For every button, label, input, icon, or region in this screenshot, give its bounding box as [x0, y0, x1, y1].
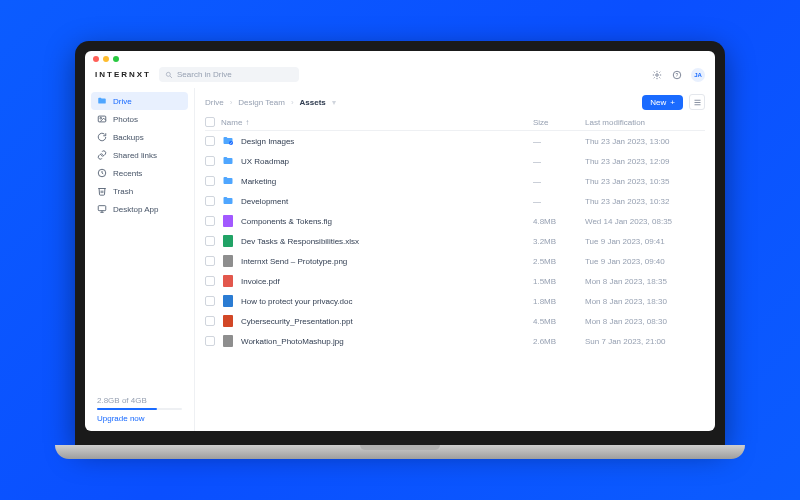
settings-button[interactable] [651, 69, 663, 81]
file-modified: Mon 8 Jan 2023, 08:30 [585, 317, 705, 326]
sidebar-item-label: Recents [113, 169, 142, 178]
upgrade-link[interactable]: Upgrade now [97, 414, 145, 423]
file-size: 1.5MB [533, 277, 579, 286]
file-icon [223, 335, 233, 347]
brand-logo: INTERNXT [95, 70, 151, 79]
app-window: INTERNXT Search in Drive ? JA [85, 51, 715, 431]
table-row[interactable]: Design Images—Thu 23 Jan 2023, 13:00 [205, 131, 705, 151]
row-checkbox[interactable] [205, 196, 215, 206]
table-row[interactable]: UX Roadmap—Thu 23 Jan 2023, 12:09 [205, 151, 705, 171]
file-size: — [533, 177, 579, 186]
file-modified: Thu 23 Jan 2023, 12:09 [585, 157, 705, 166]
sidebar-item-recents[interactable]: Recents [91, 164, 188, 182]
file-name: Cybersecurity_Presentation.ppt [241, 317, 527, 326]
row-checkbox[interactable] [205, 156, 215, 166]
main: Drive Photos Backups Shared links [85, 88, 715, 431]
sort-asc-icon: ↑ [245, 118, 249, 127]
file-list: Design Images—Thu 23 Jan 2023, 13:00UX R… [205, 131, 705, 427]
sidebar-item-backups[interactable]: Backups [91, 128, 188, 146]
trash-icon [97, 186, 107, 196]
breadcrumb-item[interactable]: Design Team [238, 98, 285, 107]
view-toggle[interactable] [689, 94, 705, 110]
file-icon [223, 215, 233, 227]
col-mod[interactable]: Last modification [585, 118, 705, 127]
sidebar-item-photos[interactable]: Photos [91, 110, 188, 128]
sidebar-item-trash[interactable]: Trash [91, 182, 188, 200]
table-row[interactable]: Components & Tokens.fig4.8MBWed 14 Jan 2… [205, 211, 705, 231]
row-checkbox[interactable] [205, 176, 215, 186]
table-row[interactable]: Cybersecurity_Presentation.ppt4.5MBMon 8… [205, 311, 705, 331]
toolbar: INTERNXT Search in Drive ? JA [85, 67, 715, 88]
chevron-down-icon[interactable]: ▾ [332, 98, 336, 107]
file-size: 1.8MB [533, 297, 579, 306]
breadcrumb: Drive › Design Team › Assets ▾ New + [205, 92, 705, 114]
file-modified: Thu 23 Jan 2023, 13:00 [585, 137, 705, 146]
new-button[interactable]: New + [642, 95, 683, 110]
row-checkbox[interactable] [205, 256, 215, 266]
search-placeholder: Search in Drive [177, 70, 232, 79]
file-modified: Wed 14 Jan 2023, 08:35 [585, 217, 705, 226]
file-modified: Sun 7 Jan 2023, 21:00 [585, 337, 705, 346]
sidebar-item-label: Backups [113, 133, 144, 142]
file-icon [223, 235, 233, 247]
search-input[interactable]: Search in Drive [159, 67, 299, 82]
breadcrumb-current[interactable]: Assets [300, 98, 326, 107]
table-row[interactable]: Development—Thu 23 Jan 2023, 10:32 [205, 191, 705, 211]
breadcrumb-item[interactable]: Drive [205, 98, 224, 107]
file-icon [223, 275, 233, 287]
avatar[interactable]: JA [691, 68, 705, 82]
file-size: 2.6MB [533, 337, 579, 346]
col-name[interactable]: Name ↑ [221, 118, 527, 127]
folder-icon [221, 155, 235, 167]
table-row[interactable]: How to protect your privacy.doc1.8MBMon … [205, 291, 705, 311]
file-icon [223, 295, 233, 307]
col-size[interactable]: Size [533, 118, 579, 127]
row-checkbox[interactable] [205, 136, 215, 146]
minimize-icon[interactable] [103, 56, 109, 62]
table-header: Name ↑ Size Last modification [205, 114, 705, 131]
svg-point-6 [100, 117, 102, 119]
content: Drive › Design Team › Assets ▾ New + [195, 88, 715, 431]
row-checkbox[interactable] [205, 316, 215, 326]
help-button[interactable]: ? [671, 69, 683, 81]
list-icon [693, 98, 702, 107]
sidebar-item-drive[interactable]: Drive [91, 92, 188, 110]
row-checkbox[interactable] [205, 296, 215, 306]
select-all-checkbox[interactable] [205, 117, 215, 127]
file-name: Design Images [241, 137, 527, 146]
laptop-frame: INTERNXT Search in Drive ? JA [75, 41, 725, 459]
close-icon[interactable] [93, 56, 99, 62]
file-size: 2.5MB [533, 257, 579, 266]
row-checkbox[interactable] [205, 276, 215, 286]
table-row[interactable]: Internxt Send – Prototype.png2.5MBTue 9 … [205, 251, 705, 271]
row-checkbox[interactable] [205, 236, 215, 246]
sidebar-item-label: Photos [113, 115, 138, 124]
sidebar-item-label: Shared links [113, 151, 157, 160]
file-size: 3.2MB [533, 237, 579, 246]
table-row[interactable]: Marketing—Thu 23 Jan 2023, 10:35 [205, 171, 705, 191]
new-button-label: New [650, 98, 666, 107]
row-checkbox[interactable] [205, 216, 215, 226]
svg-line-1 [170, 76, 172, 78]
table-row[interactable]: Dev Tasks & Responsibilities.xlsx3.2MBTu… [205, 231, 705, 251]
clock-icon [97, 168, 107, 178]
file-icon [223, 255, 233, 267]
file-name: How to protect your privacy.doc [241, 297, 527, 306]
file-name: Invoice.pdf [241, 277, 527, 286]
table-row[interactable]: Invoice.pdf1.5MBMon 8 Jan 2023, 18:35 [205, 271, 705, 291]
file-modified: Thu 23 Jan 2023, 10:35 [585, 177, 705, 186]
file-name: Internxt Send – Prototype.png [241, 257, 527, 266]
row-checkbox[interactable] [205, 336, 215, 346]
maximize-icon[interactable] [113, 56, 119, 62]
file-modified: Mon 8 Jan 2023, 18:30 [585, 297, 705, 306]
file-size: — [533, 197, 579, 206]
folder-icon [221, 195, 235, 207]
sidebar-item-shared[interactable]: Shared links [91, 146, 188, 164]
table-row[interactable]: Workation_PhotoMashup.jpg2.6MBSun 7 Jan … [205, 331, 705, 351]
file-name: Components & Tokens.fig [241, 217, 527, 226]
file-size: — [533, 157, 579, 166]
svg-point-2 [656, 73, 659, 76]
laptop-base [55, 445, 745, 459]
sidebar-item-desktop[interactable]: Desktop App [91, 200, 188, 218]
folder-icon [221, 175, 235, 187]
